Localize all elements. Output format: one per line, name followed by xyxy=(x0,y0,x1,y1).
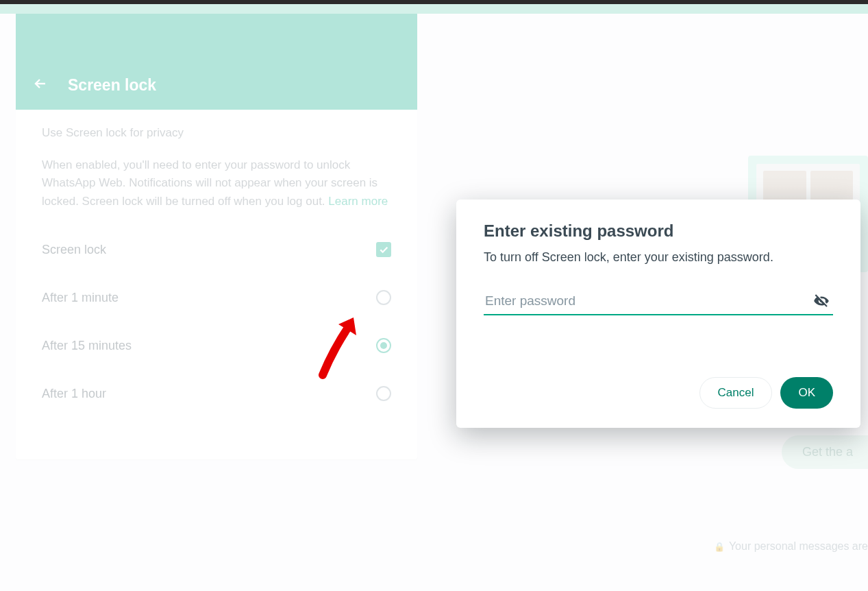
main-area: Screen lock Use Screen lock for privacy … xyxy=(0,14,868,591)
back-arrow-icon[interactable] xyxy=(32,75,49,95)
learn-more-link[interactable]: Learn more xyxy=(328,195,388,208)
option-row-1hour[interactable]: After 1 hour xyxy=(42,370,391,418)
radio-unselected-icon[interactable] xyxy=(376,290,391,305)
password-dialog: Enter existing password To turn off Scre… xyxy=(456,200,860,428)
eye-off-icon[interactable] xyxy=(813,292,830,313)
radio-selected-icon[interactable] xyxy=(376,338,391,353)
password-input-wrap xyxy=(484,289,833,315)
cancel-button[interactable]: Cancel xyxy=(699,377,773,409)
password-input[interactable] xyxy=(484,289,833,314)
toggle-label: Screen lock xyxy=(42,243,106,257)
radio-unselected-icon[interactable] xyxy=(376,386,391,401)
ok-button[interactable]: OK xyxy=(780,377,833,409)
dialog-description: To turn off Screen lock, enter your exis… xyxy=(484,250,833,265)
settings-header: Screen lock xyxy=(16,14,417,110)
settings-panel: Screen lock Use Screen lock for privacy … xyxy=(16,14,417,459)
dialog-actions: Cancel OK xyxy=(484,377,833,409)
option-label: After 1 minute xyxy=(42,291,119,305)
footer-text: Your personal messages are xyxy=(729,540,868,553)
screen-lock-toggle-row[interactable]: Screen lock xyxy=(42,226,391,274)
option-row-1min[interactable]: After 1 minute xyxy=(42,274,391,322)
lock-icon: 🔒 xyxy=(714,542,725,552)
description-content: When enabled, you'll need to enter your … xyxy=(42,158,377,208)
option-row-15min[interactable]: After 15 minutes xyxy=(42,322,391,370)
settings-body: Use Screen lock for privacy When enabled… xyxy=(16,110,417,434)
get-app-button[interactable]: Get the a xyxy=(782,435,868,469)
accent-stripe xyxy=(0,4,868,14)
dialog-title: Enter existing password xyxy=(484,221,833,241)
description-text: When enabled, you'll need to enter your … xyxy=(42,156,391,210)
privacy-heading: Use Screen lock for privacy xyxy=(42,126,391,140)
encryption-footer: 🔒 Your personal messages are xyxy=(714,540,868,553)
settings-title: Screen lock xyxy=(68,76,156,95)
checkbox-checked-icon[interactable] xyxy=(376,242,391,257)
option-label: After 15 minutes xyxy=(42,339,132,353)
option-label: After 1 hour xyxy=(42,387,106,401)
